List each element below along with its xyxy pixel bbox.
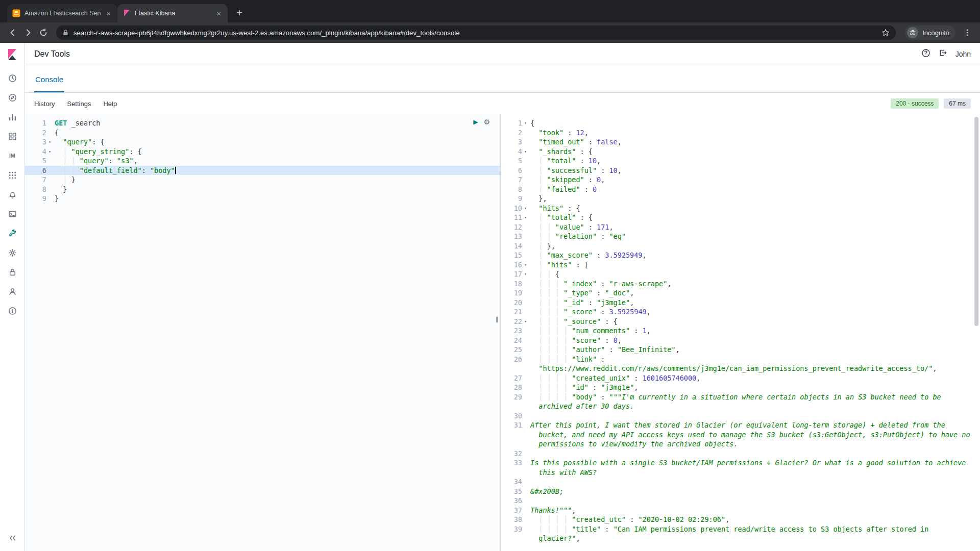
address-bar[interactable]: search-r-aws-scrape-ipb6jt4hdfgwwbkedxmg… — [56, 26, 896, 40]
sidebar-item-im-icon[interactable]: IM — [6, 149, 18, 162]
line-number: 15 — [501, 251, 530, 260]
request-code-line[interactable]: 7 │ } — [25, 175, 500, 185]
bookmark-star-icon[interactable] — [881, 29, 890, 37]
response-code-line: 31After this point, I want them stored i… — [501, 420, 980, 449]
response-code-line: 19 │ │ │ "_type" : "_doc", — [501, 288, 980, 298]
browser-menu-icon[interactable] — [960, 25, 975, 40]
response-scrollbar[interactable] — [974, 117, 978, 326]
request-code-line[interactable]: 1GET _search — [25, 118, 500, 128]
kibana-sidebar: IM — [0, 43, 25, 551]
response-code-line: 21 │ │ │ "_score" : 3.5925949, — [501, 307, 980, 317]
page-title: Dev Tools — [34, 49, 70, 59]
close-tab-icon[interactable]: × — [105, 9, 112, 18]
console-split-view: 1GET _search2{3▾ "query": {4▾ │ "query_s… — [25, 114, 980, 551]
request-code-line[interactable]: 3▾ "query": { — [25, 137, 500, 147]
response-code-line: 11▾ │ "total" : { — [501, 213, 980, 222]
line-number: 1▾ — [501, 118, 530, 128]
incognito-icon — [907, 27, 918, 38]
logout-icon[interactable] — [939, 48, 947, 59]
line-number: 11▾ — [501, 213, 530, 222]
line-number: 30 — [501, 411, 530, 421]
line-number: 36 — [501, 496, 530, 506]
response-viewer[interactable]: 1▾{2 "took" : 12,3 "timed_out" : false,4… — [500, 114, 980, 551]
help-icon[interactable] — [921, 48, 930, 60]
response-code-line: 34 — [501, 477, 980, 487]
kibana-logo[interactable] — [6, 48, 18, 61]
dev-tools-tabs: Console — [25, 65, 980, 93]
line-number: 3 — [501, 137, 530, 147]
response-code-line: 20 │ │ │ "_id" : "j3mg1e", — [501, 298, 980, 308]
tab-title: Amazon Elasticsearch Service — [24, 10, 101, 17]
line-number: 26 — [501, 355, 530, 373]
sidebar-item-user-icon[interactable] — [6, 285, 18, 297]
line-number: 31 — [501, 420, 530, 449]
request-code-line[interactable]: 4▾ │ "query_string": { — [25, 147, 500, 157]
close-tab-icon[interactable]: × — [215, 9, 223, 18]
menu-help[interactable]: Help — [103, 100, 117, 108]
line-number: 12 — [501, 222, 530, 232]
request-code-line[interactable]: 9} — [25, 194, 500, 204]
line-number: 4▾ — [25, 147, 55, 157]
browser-tab-aws[interactable]: Amazon Elasticsearch Service × — [7, 4, 117, 22]
sidebar-item-console-icon[interactable] — [6, 208, 18, 220]
sidebar-item-dev-tools-icon[interactable] — [6, 227, 18, 239]
response-code-line: 15 │ "max_score" : 3.5925949, — [501, 251, 980, 260]
request-editor[interactable]: 1GET _search2{3▾ "query": {4▾ │ "query_s… — [25, 114, 500, 551]
response-code-line: 17▾ │ │ { — [501, 269, 980, 279]
line-number: 19 — [501, 288, 530, 298]
latency-badge: 67 ms — [944, 98, 971, 109]
menu-history[interactable]: History — [34, 100, 55, 108]
request-code-line[interactable]: 8 } — [25, 185, 500, 194]
line-number: 28 — [501, 383, 530, 392]
response-code-line: 1▾{ — [501, 118, 980, 128]
response-code-line: 12 │ │ "value" : 171, — [501, 222, 980, 232]
sidebar-item-info-icon[interactable] — [6, 305, 18, 317]
line-number: 6 — [501, 166, 530, 176]
new-tab-button[interactable]: + — [232, 5, 247, 20]
response-code-line: 29 │ │ │ │ "body" : """I'm currently in … — [501, 392, 980, 411]
send-request-button[interactable]: ▶ — [473, 118, 478, 126]
request-code-line[interactable]: 5 │ │ "query": "s3", — [25, 156, 500, 166]
response-code-line: 32 — [501, 449, 980, 459]
menu-settings[interactable]: Settings — [67, 100, 91, 108]
line-number: 34 — [501, 477, 530, 487]
tab-console[interactable]: Console — [34, 67, 64, 92]
sidebar-item-security-icon[interactable] — [6, 266, 18, 278]
response-code-line: 22▾ │ │ │ "_source" : { — [501, 317, 980, 327]
line-number: 33 — [501, 458, 530, 477]
line-number: 38 — [501, 515, 530, 524]
response-code-line: 37Thanks!""", — [501, 506, 980, 515]
sidebar-item-discover-icon[interactable] — [6, 91, 18, 104]
request-options-wrench-icon[interactable]: ⚙ — [483, 118, 490, 126]
sidebar-item-recent-icon[interactable] — [6, 72, 18, 84]
response-code-line: 30 — [501, 411, 980, 421]
back-button[interactable] — [5, 25, 20, 40]
user-name[interactable]: John — [955, 50, 971, 58]
pane-resize-handle[interactable]: ∥ — [496, 316, 499, 323]
forward-button[interactable] — [20, 25, 36, 40]
line-number: 3▾ — [25, 137, 55, 147]
line-number: 4▾ — [501, 147, 530, 157]
reload-button[interactable] — [36, 25, 51, 40]
sidebar-item-dashboard-icon[interactable] — [6, 130, 18, 142]
sidebar-item-management-icon[interactable] — [6, 246, 18, 259]
response-code-line: 5 │ "total" : 10, — [501, 156, 980, 166]
sidebar-item-notifications-icon[interactable] — [6, 188, 18, 201]
request-code-line[interactable]: 6 │ │ "default_field": "body" — [25, 166, 500, 176]
kibana-app: IM — [0, 43, 980, 551]
line-number: 18 — [501, 279, 530, 289]
line-number: 29 — [501, 392, 530, 411]
response-code-line: 28 │ │ │ │ "id" : "j3mg1e", — [501, 383, 980, 392]
sidebar-item-visualize-icon[interactable] — [6, 111, 18, 123]
browser-tab-kibana[interactable]: Elastic Kibana × — [117, 4, 228, 22]
response-code-line: 13 │ │ "relation" : "eq" — [501, 232, 980, 241]
sidebar-item-apps-grid-icon[interactable] — [6, 169, 18, 181]
response-code-line: 24 │ │ │ │ "score" : 0, — [501, 336, 980, 345]
url-text[interactable]: search-r-aws-scrape-ipb6jt4hdfgwwbkedxmg… — [74, 29, 877, 37]
kibana-main: Dev Tools John Console History Settings … — [25, 43, 980, 551]
line-number: 9 — [25, 194, 55, 204]
lock-icon — [62, 29, 69, 36]
response-code-line: 39 │ │ │ │ "title" : "Can IAM permission… — [501, 524, 980, 543]
collapse-nav-icon[interactable] — [6, 532, 18, 544]
request-code-line[interactable]: 2{ — [25, 128, 500, 138]
